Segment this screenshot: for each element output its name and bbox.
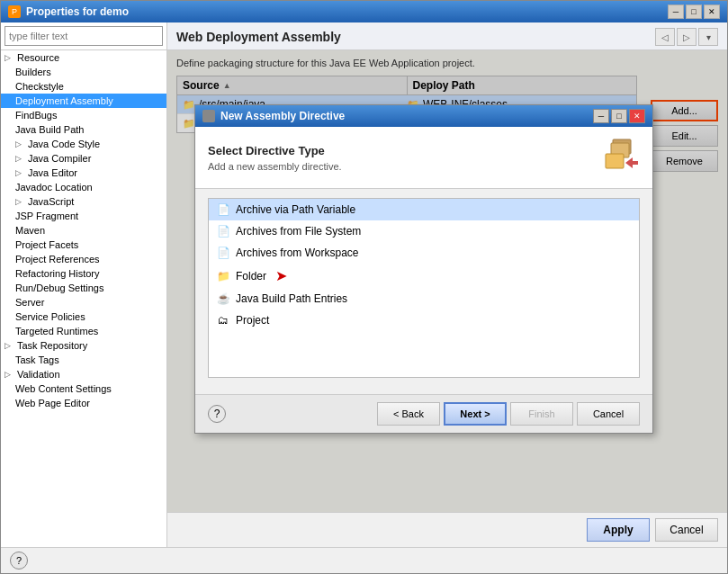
panel-title: Web Deployment Assembly xyxy=(176,30,341,44)
sidebar-item-label: Task Repository xyxy=(17,340,87,351)
project-icon: 🗂 xyxy=(216,313,230,327)
sidebar-item-label: Java Build Path xyxy=(15,124,84,135)
back-button[interactable]: < Back xyxy=(377,402,440,426)
sidebar-item-label: Validation xyxy=(17,369,60,380)
sidebar-item-targeted-runtimes[interactable]: Targeted Runtimes xyxy=(1,324,166,338)
expand-icon: ▷ xyxy=(15,168,24,177)
sidebar-item-service-policies[interactable]: Service Policies xyxy=(1,309,166,324)
directive-item-archive-path-var[interactable]: 📄 Archive via Path Variable xyxy=(209,199,639,220)
cancel-button[interactable]: Cancel xyxy=(577,402,640,426)
svg-rect-2 xyxy=(606,154,624,168)
next-button[interactable]: Next > xyxy=(444,402,507,426)
sidebar-item-javascript[interactable]: ▷ JavaScript xyxy=(1,194,166,209)
sidebar-item-run-debug-settings[interactable]: Run/Debug Settings xyxy=(1,281,166,295)
dialog-maximize-button[interactable]: □ xyxy=(611,109,627,123)
nav-menu-button[interactable]: ▾ xyxy=(698,28,718,46)
directive-item-java-build-path-entries[interactable]: ☕ Java Build Path Entries xyxy=(209,288,639,309)
sidebar-item-label: Web Content Settings xyxy=(15,383,112,394)
right-body: Define packaging structure for this Java… xyxy=(167,50,727,512)
sidebar-item-builders[interactable]: Builders xyxy=(1,65,166,79)
help-icon: ? xyxy=(214,408,220,420)
dialog-header-icon xyxy=(597,136,640,179)
window-title: Properties for demo xyxy=(26,5,129,18)
folder-arrow-indicator: ➤ xyxy=(275,267,287,284)
sidebar-item-java-editor[interactable]: ▷ Java Editor xyxy=(1,166,166,180)
directive-label: Archives from File System xyxy=(236,225,361,238)
sidebar-item-label: Project Facets xyxy=(15,239,78,250)
close-button[interactable]: ✕ xyxy=(704,4,720,19)
sidebar-item-label: Builders xyxy=(15,67,51,77)
sidebar-item-label: Resource xyxy=(17,52,59,63)
directive-item-archives-workspace[interactable]: 📄 Archives from Workspace xyxy=(209,242,639,264)
sidebar-item-label: Javadoc Location xyxy=(15,182,93,193)
finish-button[interactable]: Finish xyxy=(510,402,573,426)
directive-label: Archive via Path Variable xyxy=(236,203,355,216)
sidebar-item-task-tags[interactable]: Task Tags xyxy=(1,353,166,367)
dialog-title-left: New Assembly Directive xyxy=(202,110,345,122)
main-bottom-bar: ? xyxy=(1,547,727,573)
sidebar-item-label: JSP Fragment xyxy=(15,211,78,221)
dialog-controls: ─ □ ✕ xyxy=(593,109,645,123)
right-header: Web Deployment Assembly ◁ ▷ ▾ xyxy=(167,22,727,50)
dialog-footer: ? < Back Next > Finish Cancel xyxy=(195,394,652,433)
sidebar-item-server[interactable]: Server xyxy=(1,295,166,309)
sidebar-item-jsp-fragment[interactable]: JSP Fragment xyxy=(1,209,166,223)
expand-icon: ▷ xyxy=(4,341,13,350)
apply-button[interactable]: Apply xyxy=(587,518,650,542)
sidebar-item-validation[interactable]: ▷ Validation xyxy=(1,367,166,381)
dialog-close-button[interactable]: ✕ xyxy=(629,109,645,123)
svg-marker-3 xyxy=(625,157,638,168)
sidebar-item-label: Targeted Runtimes xyxy=(15,326,98,336)
sidebar-item-label: JavaScript xyxy=(28,196,74,207)
sidebar-item-label: Service Policies xyxy=(15,311,85,322)
new-assembly-directive-dialog: New Assembly Directive ─ □ ✕ Select xyxy=(194,104,653,434)
directive-list[interactable]: 📄 Archive via Path Variable 📄 Archives f… xyxy=(208,198,640,378)
sidebar-item-resource[interactable]: ▷ Resource xyxy=(1,50,166,65)
dialog-title: New Assembly Directive xyxy=(220,110,345,122)
right-panel: Web Deployment Assembly ◁ ▷ ▾ Define pac… xyxy=(167,22,727,547)
properties-bottom-bar: Apply Cancel xyxy=(167,512,727,547)
sidebar-item-deployment-assembly[interactable]: Deployment Assembly xyxy=(1,94,166,108)
main-help-button[interactable]: ? xyxy=(10,552,28,570)
directive-label: Archives from Workspace xyxy=(236,247,358,259)
dialog-title-bar: New Assembly Directive ─ □ ✕ xyxy=(195,105,652,127)
expand-icon: ▷ xyxy=(15,139,24,148)
dialog-overlay: New Assembly Directive ─ □ ✕ Select xyxy=(167,50,727,512)
sidebar-item-refactoring-history[interactable]: Refactoring History xyxy=(1,266,166,281)
sidebar-item-maven[interactable]: Maven xyxy=(1,223,166,238)
sidebar-item-label: Checkstyle xyxy=(15,81,64,92)
main-window: P Properties for demo ─ □ ✕ ▷ Resource B… xyxy=(0,0,728,574)
java-icon: ☕ xyxy=(216,291,230,306)
directive-item-project[interactable]: 🗂 Project xyxy=(209,309,639,331)
minimize-button[interactable]: ─ xyxy=(668,4,684,19)
help-button[interactable]: ? xyxy=(208,405,226,423)
sidebar-item-label: Server xyxy=(15,297,44,308)
maximize-button[interactable]: □ xyxy=(686,4,702,19)
search-input[interactable] xyxy=(4,26,163,46)
directive-item-archives-file-system[interactable]: 📄 Archives from File System xyxy=(209,220,639,242)
nav-buttons: ◁ ▷ ▾ xyxy=(655,28,718,46)
sidebar-item-java-compiler[interactable]: ▷ Java Compiler xyxy=(1,151,166,166)
sidebar-item-web-content-settings[interactable]: Web Content Settings xyxy=(1,381,166,396)
sidebar-item-project-references[interactable]: Project References xyxy=(1,252,166,266)
sidebar-item-label: Java Code Style xyxy=(28,139,100,149)
sidebar-item-label: FindBugs xyxy=(15,110,57,121)
sidebar-item-task-repository[interactable]: ▷ Task Repository xyxy=(1,338,166,353)
dialog-minimize-button[interactable]: ─ xyxy=(593,109,609,123)
sidebar-item-label: Deployment Assembly xyxy=(15,95,113,106)
sidebar-item-web-page-editor[interactable]: Web Page Editor xyxy=(1,396,166,410)
sidebar-item-java-build-path[interactable]: Java Build Path xyxy=(1,122,166,137)
sidebar-item-javadoc-location[interactable]: Javadoc Location xyxy=(1,180,166,194)
expand-icon: ▷ xyxy=(4,370,13,379)
nav-back-button[interactable]: ◁ xyxy=(655,28,675,46)
nav-forward-button[interactable]: ▷ xyxy=(677,28,697,46)
main-content: ▷ Resource Builders Checkstyle Deploymen… xyxy=(1,22,727,547)
sidebar-item-label: Maven xyxy=(15,225,45,236)
sidebar-item-findbugs[interactable]: FindBugs xyxy=(1,108,166,122)
sidebar-item-checkstyle[interactable]: Checkstyle xyxy=(1,79,166,94)
sidebar-item-java-code-style[interactable]: ▷ Java Code Style xyxy=(1,137,166,151)
sidebar-item-project-facets[interactable]: Project Facets xyxy=(1,238,166,252)
main-cancel-button[interactable]: Cancel xyxy=(655,518,718,542)
directive-item-folder[interactable]: 📁 Folder ➤ xyxy=(209,264,639,288)
dialog-header-text: Select Directive Type Add a new assembly… xyxy=(208,144,342,172)
